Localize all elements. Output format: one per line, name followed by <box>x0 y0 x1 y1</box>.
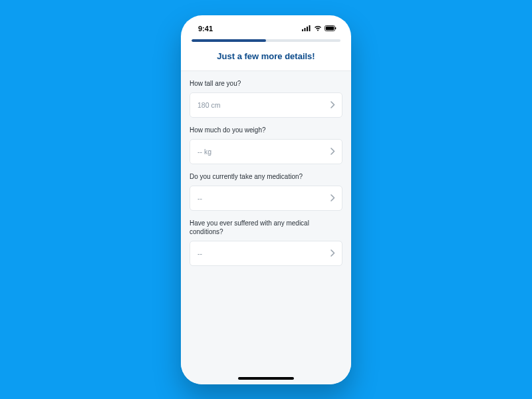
field-value-height: 180 cm <box>198 101 220 109</box>
field-label-conditions: Have you ever suffered with any medical … <box>190 219 342 236</box>
form-area: How tall are you? 180 cm How much do you… <box>181 70 351 384</box>
battery-icon <box>325 25 336 33</box>
chevron-right-icon <box>331 146 335 158</box>
svg-rect-5 <box>326 26 334 29</box>
home-indicator <box>238 377 294 380</box>
svg-rect-0 <box>302 29 303 31</box>
progress-fill <box>192 39 266 42</box>
chevron-right-icon <box>331 192 335 204</box>
svg-rect-1 <box>305 28 306 31</box>
status-bar: 9:41 <box>181 15 351 37</box>
field-input-medication[interactable]: -- <box>190 186 342 211</box>
status-time: 9:41 <box>198 25 213 33</box>
field-label-medication: Do you currently take any medication? <box>190 172 342 181</box>
field-label-weight: How much do you weigh? <box>190 126 342 134</box>
field-value-weight: -- kg <box>198 148 211 156</box>
progress-bar <box>192 39 340 42</box>
field-group-conditions: Have you ever suffered with any medical … <box>190 219 342 266</box>
page-title: Just a few more details! <box>192 51 340 61</box>
field-value-medication: -- <box>198 194 202 202</box>
field-input-height[interactable]: 180 cm <box>190 92 342 118</box>
svg-rect-6 <box>335 27 336 29</box>
svg-rect-3 <box>309 25 311 31</box>
field-input-weight[interactable]: -- kg <box>190 139 342 164</box>
phone-frame: 9:41 Just a few more details! How tall a… <box>181 15 351 384</box>
field-group-weight: How much do you weigh? -- kg <box>190 126 342 164</box>
field-label-height: How tall are you? <box>190 79 342 88</box>
field-group-height: How tall are you? 180 cm <box>190 79 342 118</box>
wifi-icon <box>314 25 322 33</box>
svg-rect-2 <box>307 27 308 31</box>
signal-icon <box>302 25 311 33</box>
field-group-medication: Do you currently take any medication? -- <box>190 172 342 211</box>
chevron-right-icon <box>331 247 335 259</box>
status-icons <box>302 25 336 33</box>
field-value-conditions: -- <box>198 249 202 257</box>
header-section: Just a few more details! <box>181 37 351 70</box>
chevron-right-icon <box>331 99 335 111</box>
field-input-conditions[interactable]: -- <box>190 241 342 266</box>
